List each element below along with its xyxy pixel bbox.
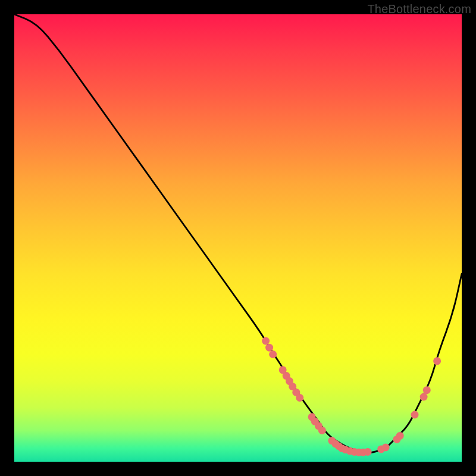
svg-point-26	[396, 432, 404, 440]
svg-point-22	[364, 448, 372, 456]
svg-point-2	[269, 350, 277, 358]
chart-svg	[14, 14, 462, 462]
curve-markers	[262, 337, 441, 456]
plot-area	[14, 14, 462, 462]
curve-line	[14, 14, 462, 453]
svg-point-24	[382, 443, 390, 451]
svg-point-0	[262, 337, 270, 345]
svg-point-1	[265, 344, 273, 352]
watermark-label: TheBottleneck.com	[367, 2, 471, 16]
chart-frame	[14, 14, 462, 462]
svg-point-8	[296, 394, 303, 402]
svg-point-29	[423, 386, 431, 394]
svg-point-12	[318, 427, 326, 434]
svg-point-28	[420, 393, 428, 401]
svg-point-27	[411, 411, 419, 419]
svg-point-30	[433, 357, 441, 365]
